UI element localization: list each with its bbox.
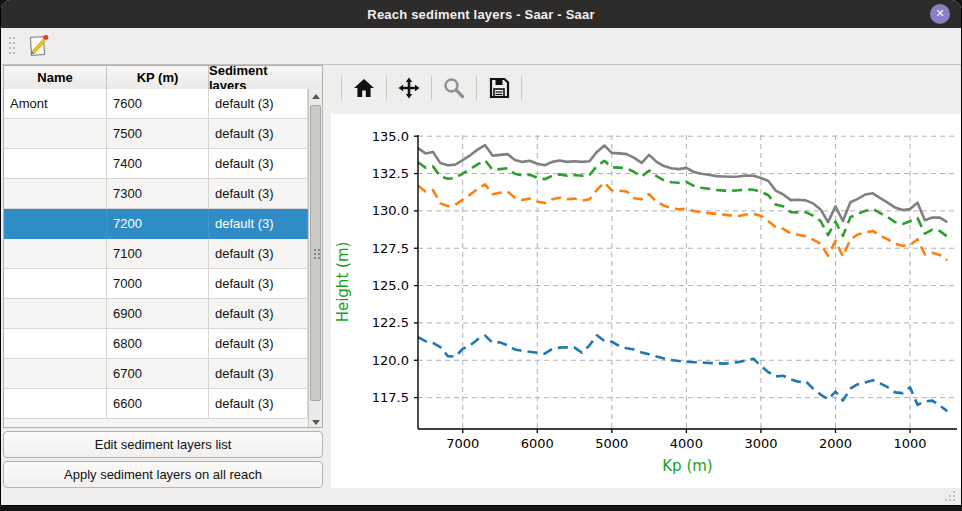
magnifier-icon[interactable]: [440, 74, 468, 102]
toolbar-drag-handle[interactable]: [7, 35, 17, 57]
svg-text:132.5: 132.5: [372, 166, 409, 181]
kp-cell[interactable]: 6900: [107, 299, 209, 329]
kp-cell[interactable]: 7300: [107, 179, 209, 209]
sediment-layers-cell[interactable]: default (3): [209, 329, 308, 359]
scroll-down-arrow-icon[interactable]: [309, 415, 322, 428]
svg-text:125.0: 125.0: [372, 278, 409, 293]
reach-sediment-layers-window: Reach sediment layers - Saar - Saar ✕: [1, 0, 961, 505]
column-header-kp[interactable]: KP (m): [107, 66, 209, 89]
sediment-layers-cell[interactable]: default (3): [209, 119, 308, 149]
height-profile-chart[interactable]: 7000600050004000300020001000135.0132.513…: [331, 114, 961, 488]
apply-sediment-layers-button[interactable]: Apply sediment layers on all reach: [3, 461, 323, 488]
svg-text:127.5: 127.5: [372, 241, 409, 256]
sediment-layers-cell[interactable]: default (3): [209, 359, 308, 389]
table-body: Amont7600default (3)7500default (3)7400d…: [4, 89, 308, 428]
name-cell[interactable]: [4, 269, 107, 299]
name-cell[interactable]: [4, 329, 107, 359]
table-row[interactable]: Amont7600default (3): [4, 89, 308, 119]
svg-text:4000: 4000: [670, 436, 703, 451]
bottom-line-blue: [418, 335, 947, 411]
y-axis-label: Height (m): [334, 242, 352, 323]
name-cell[interactable]: [4, 149, 107, 179]
edit-note-icon[interactable]: [23, 31, 53, 61]
table-row[interactable]: 7200default (3): [4, 209, 308, 239]
svg-text:122.5: 122.5: [372, 315, 409, 330]
toolbar-separator: [521, 76, 522, 100]
sediment-layers-cell[interactable]: default (3): [209, 269, 308, 299]
kp-cell[interactable]: 7500: [107, 119, 209, 149]
kp-cell[interactable]: 6600: [107, 389, 209, 419]
pan-arrows-icon[interactable]: [395, 74, 423, 102]
close-icon[interactable]: ✕: [930, 4, 950, 24]
middle-line-green: [418, 160, 947, 236]
svg-text:130.0: 130.0: [372, 203, 409, 218]
resize-grip-icon[interactable]: [944, 490, 956, 501]
svg-text:7000: 7000: [446, 436, 479, 451]
table-row[interactable]: 6600default (3): [4, 389, 308, 419]
name-cell[interactable]: [4, 119, 107, 149]
name-cell[interactable]: [4, 389, 107, 419]
table-row-partial[interactable]: [4, 419, 308, 428]
table-row[interactable]: 7500default (3): [4, 119, 308, 149]
edit-sediment-layers-button[interactable]: Edit sediment layers list: [3, 431, 323, 458]
sediment-layers-cell[interactable]: default (3): [209, 209, 308, 239]
floppy-save-icon[interactable]: [485, 74, 513, 102]
tick-labels: 7000600050004000300020001000135.0132.513…: [372, 129, 927, 451]
name-cell[interactable]: [4, 179, 107, 209]
sediment-layers-cell[interactable]: default (3): [209, 149, 308, 179]
table-row[interactable]: 6700default (3): [4, 359, 308, 389]
column-header-name[interactable]: Name: [4, 66, 107, 89]
profile-plot-canvas[interactable]: 7000600050004000300020001000135.0132.513…: [331, 114, 961, 488]
table-scrollbar[interactable]: [308, 89, 322, 428]
kp-cell[interactable]: 6700: [107, 359, 209, 389]
toolbar-separator: [476, 76, 477, 100]
svg-text:117.5: 117.5: [372, 390, 409, 405]
svg-text:6000: 6000: [521, 436, 554, 451]
svg-text:120.0: 120.0: [372, 353, 409, 368]
name-cell[interactable]: [4, 209, 107, 239]
table-row[interactable]: 6900default (3): [4, 299, 308, 329]
column-header-sediment-layers[interactable]: Sediment layers: [209, 66, 308, 89]
window-title: Reach sediment layers - Saar - Saar: [367, 7, 594, 22]
sediment-layers-cell[interactable]: default (3): [209, 239, 308, 269]
kp-cell[interactable]: 7100: [107, 239, 209, 269]
table-row[interactable]: 7100default (3): [4, 239, 308, 269]
scrollbar-thumb[interactable]: [310, 105, 321, 401]
toolbar-separator: [431, 76, 432, 100]
table-row[interactable]: 7000default (3): [4, 269, 308, 299]
grid-lines: [418, 135, 957, 429]
main-toolbar: [1, 28, 961, 65]
toolbar-separator: [341, 76, 342, 100]
sediment-layers-cell[interactable]: default (3): [209, 299, 308, 329]
sediment-layers-table: Name KP (m) Sediment layers Amont7600def…: [3, 65, 323, 428]
table-row[interactable]: 6800default (3): [4, 329, 308, 359]
kp-cell[interactable]: 7400: [107, 149, 209, 179]
kp-cell[interactable]: 7200: [107, 209, 209, 239]
x-axis-label: Kp (m): [662, 457, 712, 475]
plot-toolbar: [333, 72, 530, 104]
kp-cell[interactable]: 7600: [107, 89, 209, 119]
svg-text:3000: 3000: [744, 436, 777, 451]
sediment-layers-cell[interactable]: default (3): [209, 89, 308, 119]
table-row[interactable]: 7300default (3): [4, 179, 308, 209]
axes-spines: [418, 135, 957, 429]
name-cell[interactable]: [4, 359, 107, 389]
sediment-layers-cell[interactable]: default (3): [209, 179, 308, 209]
titlebar[interactable]: Reach sediment layers - Saar - Saar ✕: [1, 0, 961, 28]
scrollbar-grip: [313, 248, 320, 260]
svg-text:1000: 1000: [893, 436, 926, 451]
svg-text:5000: 5000: [595, 436, 628, 451]
sediment-layers-cell[interactable]: default (3): [209, 389, 308, 419]
name-cell[interactable]: [4, 299, 107, 329]
home-icon[interactable]: [350, 74, 378, 102]
toolbar-separator: [386, 76, 387, 100]
table-row[interactable]: 7400default (3): [4, 149, 308, 179]
kp-cell[interactable]: 7000: [107, 269, 209, 299]
table-header-row: Name KP (m) Sediment layers: [4, 66, 322, 90]
name-cell[interactable]: Amont: [4, 89, 107, 119]
svg-text:2000: 2000: [819, 436, 852, 451]
name-cell[interactable]: [4, 239, 107, 269]
svg-text:135.0: 135.0: [372, 129, 409, 144]
scroll-up-arrow-icon[interactable]: [309, 89, 322, 103]
kp-cell[interactable]: 6800: [107, 329, 209, 359]
